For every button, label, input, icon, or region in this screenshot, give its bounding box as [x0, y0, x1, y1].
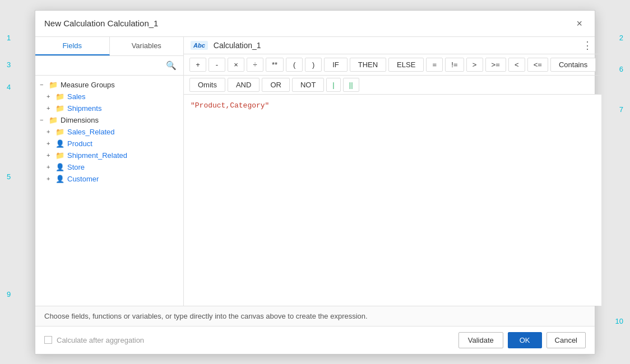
- formula-canvas[interactable]: "Product,Category": [184, 95, 601, 306]
- op-lte[interactable]: <=: [527, 58, 548, 72]
- op-then[interactable]: THEN: [350, 58, 386, 72]
- person-icon-customer: 👤: [55, 175, 64, 183]
- tree-item-product[interactable]: + 👤 Product: [35, 138, 183, 150]
- op-or[interactable]: OR: [262, 78, 290, 92]
- calc-after-label: Calculate after aggregation: [57, 336, 144, 344]
- label-customer: Customer: [67, 175, 99, 183]
- op-power[interactable]: **: [266, 58, 284, 72]
- left-panel: Fields Variables 🔍 − 📁 Measur: [35, 37, 184, 306]
- abc-icon: Abc: [191, 41, 208, 50]
- formula-header: Abc Calculation_1 ⋮: [184, 37, 601, 54]
- op-eq[interactable]: =: [426, 58, 443, 72]
- op-gt[interactable]: >: [466, 58, 483, 72]
- tree-container: − 📁 Measure Groups + 📁 Sales + 📁 Sh: [35, 76, 183, 306]
- toggle-product: +: [47, 140, 53, 147]
- cancel-button[interactable]: Cancel: [546, 332, 586, 348]
- op-omits[interactable]: Omits: [189, 78, 225, 92]
- label-sales-related: Sales_Related: [67, 128, 115, 136]
- calc-after-checkbox[interactable]: [44, 336, 52, 344]
- title-bar: New Calculation Calculation_1 ×: [35, 11, 595, 37]
- tab-variables[interactable]: Variables: [110, 37, 184, 55]
- search-button[interactable]: 🔍: [165, 59, 178, 72]
- folder-icon-shipments: 📁: [55, 104, 64, 113]
- op-if[interactable]: IF: [324, 58, 348, 72]
- more-options-button[interactable]: ⋮: [580, 40, 595, 50]
- op-and[interactable]: AND: [228, 78, 260, 92]
- op-double-pipe[interactable]: ||: [343, 78, 359, 92]
- search-bar: 🔍: [35, 56, 183, 76]
- close-button[interactable]: ×: [573, 17, 586, 30]
- annotation-7: 7: [619, 105, 623, 114]
- op-close-paren[interactable]: ): [305, 58, 322, 72]
- op-minus[interactable]: -: [209, 58, 225, 72]
- tree-item-dimensions[interactable]: − 📁 Dimensions: [35, 114, 183, 126]
- calc-after-aggregation: Calculate after aggregation: [44, 336, 144, 344]
- op-contains[interactable]: Contains: [550, 58, 596, 72]
- status-bar: Choose fields, functions or variables, o…: [35, 306, 595, 326]
- toggle-sales: +: [47, 93, 53, 100]
- label-shipments: Shipments: [67, 104, 101, 113]
- toggle-shipment-related: +: [47, 152, 53, 158]
- right-panel: Abc Calculation_1 ⋮ + - × ÷ ** ( ) IF TH…: [184, 37, 601, 306]
- tree-item-sales[interactable]: + 📁 Sales: [35, 91, 183, 102]
- folder-icon-sales: 📁: [55, 92, 64, 101]
- label-store: Store: [67, 163, 85, 171]
- annotation-6: 6: [619, 65, 623, 73]
- label-sales: Sales: [67, 92, 86, 101]
- dialog: New Calculation Calculation_1 × Fields V…: [35, 10, 595, 354]
- op-pipe[interactable]: |: [326, 78, 340, 92]
- tree-item-shipment-related[interactable]: + 📁 Shipment_Related: [35, 150, 183, 161]
- toggle-shipments: +: [47, 105, 53, 111]
- person-icon-store: 👤: [55, 163, 64, 171]
- toggle-store: +: [47, 164, 53, 170]
- folder-icon-measure-groups: 📁: [49, 81, 58, 89]
- toggle-dimensions: −: [40, 116, 47, 123]
- op-plus[interactable]: +: [189, 58, 206, 72]
- footer-actions: Validate OK Cancel: [458, 332, 586, 348]
- label-measure-groups: Measure Groups: [61, 81, 115, 89]
- folder-icon-shipment-related: 📁: [55, 151, 64, 160]
- label-product: Product: [67, 139, 92, 148]
- panel-tabs: Fields Variables: [35, 37, 183, 56]
- tree-item-sales-related[interactable]: + 📁 Sales_Related: [35, 126, 183, 138]
- operators-row-2: Omits AND OR NOT | ||: [184, 76, 601, 95]
- label-dimensions: Dimensions: [61, 116, 99, 124]
- annotation-9: 9: [7, 290, 11, 298]
- op-multiply[interactable]: ×: [228, 58, 244, 72]
- footer: Calculate after aggregation Validate OK …: [35, 326, 595, 354]
- op-divide[interactable]: ÷: [247, 58, 263, 72]
- formula-name: Calculation_1: [214, 41, 261, 50]
- op-open-paren[interactable]: (: [286, 58, 303, 72]
- tree-item-store[interactable]: + 👤 Store: [35, 161, 183, 173]
- person-icon-product: 👤: [55, 139, 64, 148]
- tree-item-customer[interactable]: + 👤 Customer: [35, 173, 183, 185]
- annotation-4: 4: [7, 83, 11, 91]
- dialog-title: New Calculation Calculation_1: [44, 18, 158, 28]
- tree-item-shipments[interactable]: + 📁 Shipments: [35, 102, 183, 114]
- tab-fields[interactable]: Fields: [35, 37, 110, 55]
- op-else[interactable]: ELSE: [388, 58, 424, 72]
- label-shipment-related: Shipment_Related: [67, 151, 127, 160]
- status-message: Choose fields, functions or variables, o…: [44, 312, 368, 320]
- formula-name-area: Abc Calculation_1: [191, 41, 261, 50]
- formula-content: "Product,Category": [191, 101, 269, 110]
- tree-item-measure-groups[interactable]: − 📁 Measure Groups: [35, 79, 183, 91]
- op-not[interactable]: NOT: [292, 78, 324, 92]
- annotation-10: 10: [615, 317, 623, 325]
- toggle-sales-related: +: [47, 128, 53, 135]
- annotation-5: 5: [7, 172, 11, 181]
- folder-icon-dimensions: 📁: [49, 116, 58, 124]
- annotation-3: 3: [7, 60, 11, 69]
- main-content: Fields Variables 🔍 − 📁 Measur: [35, 37, 595, 306]
- op-gte[interactable]: >=: [485, 58, 506, 72]
- validate-button[interactable]: Validate: [458, 332, 503, 348]
- folder-icon-sales-related: 📁: [55, 128, 64, 136]
- op-neq[interactable]: !=: [445, 58, 464, 72]
- ok-button[interactable]: OK: [508, 332, 542, 348]
- op-lt[interactable]: <: [508, 58, 525, 72]
- toggle-customer: +: [47, 175, 53, 182]
- operators-row-1: + - × ÷ ** ( ) IF THEN ELSE = != > >= < …: [184, 54, 601, 76]
- annotation-2: 2: [619, 34, 623, 42]
- toggle-measure-groups: −: [40, 81, 47, 88]
- annotation-1: 1: [7, 34, 11, 42]
